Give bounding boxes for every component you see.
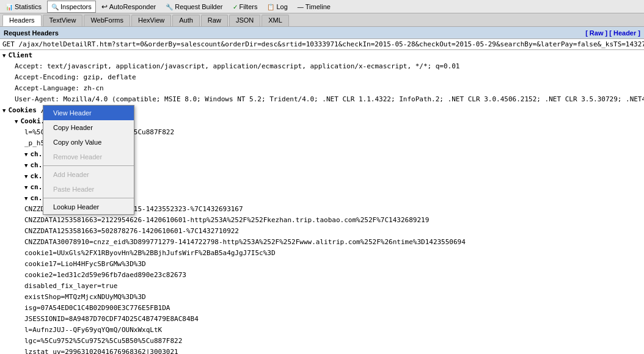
context-menu-paste-header: Paste Header [43, 182, 134, 197]
log-icon [267, 3, 274, 10]
list-item: l=AufnzJUJ--QFy69yqYQmQ/OUNxWxqLtK [0, 325, 644, 336]
list-item: disabled_fix_layer=true [0, 281, 644, 292]
client-section-label[interactable]: ▼ Client [0, 50, 644, 61]
context-menu-add-header: Add Header [43, 167, 134, 182]
ck-triangle: ▼ [24, 172, 27, 181]
list-item: CNZZDATA30078910=cnzz_eid%3D899771279-14… [0, 237, 644, 248]
tab-bar: Headers TextView WebForms HexView Auth R… [0, 13, 644, 27]
tab-webforms[interactable]: WebForms [84, 15, 130, 26]
filter-icon [233, 3, 238, 10]
tab-headers[interactable]: Headers [2, 15, 42, 26]
inspect-icon [51, 3, 59, 10]
list-item: CNZZDATA1253581663=502878276-1420610601-… [0, 226, 644, 237]
timeline-label: Timeline [306, 3, 331, 10]
cookies-triangle: ▼ [2, 106, 5, 115]
section-header-links[interactable]: [ Raw ] [ Header ] [585, 29, 640, 37]
cn-triangle-2: ▼ [24, 193, 27, 203]
request-builder-button[interactable]: Request Builder [161, 1, 227, 13]
list-item: existShop=MTQzMjcxNDUyMQ%3D%3D [0, 292, 644, 303]
context-menu: View Header Copy Header Copy only Value … [43, 105, 134, 215]
ch-triangle-1: ▼ [24, 150, 27, 159]
tab-auth[interactable]: Auth [172, 15, 200, 26]
list-item: cookie1=UUxGls%2FX1RByovHn%2B%2BBjhJufsW… [0, 248, 644, 259]
toolbar: Statistics Inspectors AutoResponder Requ… [0, 0, 644, 13]
list-item: cookie2=1ed31c2d59e96fb7daed890e23c82673 [0, 270, 644, 281]
filters-label: Filters [240, 3, 258, 10]
autoresponder-button[interactable]: AutoResponder [97, 1, 160, 13]
cn-triangle-1: ▼ [24, 182, 27, 192]
context-menu-lookup-header[interactable]: Lookup Header [43, 200, 134, 214]
section-title: Request Headers [4, 29, 59, 37]
url-bar: GET /ajax/hotelDetailRT.htm?start=0&orde… [0, 39, 644, 50]
inspectors-button[interactable]: Inspectors [47, 1, 96, 13]
client-triangle: ▼ [2, 51, 5, 60]
statistics-label: Statistics [15, 3, 42, 10]
content-area[interactable]: ▼ Client Accept: text/javascript, applic… [0, 50, 644, 354]
stats-icon [5, 3, 13, 10]
build-icon [166, 3, 173, 10]
request-builder-label: Request Builder [175, 3, 222, 10]
list-item: isg=07A54ED0C1C4B02D900E3C776E5FB1DA [0, 303, 644, 314]
tab-xml[interactable]: XML [262, 15, 289, 26]
url-text: GET /ajax/hotelDetailRT.htm?start=0&orde… [2, 40, 644, 48]
inspectors-label: Inspectors [60, 3, 92, 10]
tab-hexview[interactable]: HexView [131, 15, 171, 26]
list-item: lzstat_uv=29963102041676968362|3003021 [0, 347, 644, 354]
tab-raw[interactable]: Raw [201, 15, 228, 26]
list-item: Accept-Encoding: gzip, deflate [0, 72, 644, 83]
section-header: Request Headers [ Raw ] [ Header ] [0, 27, 644, 39]
context-menu-view-header[interactable]: View Header [43, 106, 134, 120]
filters-button[interactable]: Filters [229, 1, 262, 13]
context-menu-copy-only-value[interactable]: Copy only Value [43, 135, 134, 150]
list-item: JSESSIONID=8A9487D70CDF74D25C4B7479E8AC8… [0, 314, 644, 325]
tab-textview[interactable]: TextView [43, 15, 83, 26]
list-item: Accept: text/javascript, application/jav… [0, 61, 644, 72]
timeline-button[interactable]: Timeline [293, 1, 335, 13]
list-item: cookie17=LioH4HFycSBrGMw%3D%3D [0, 259, 644, 270]
statistics-button[interactable]: Statistics [1, 1, 46, 13]
autoresponder-label: AutoResponder [109, 3, 156, 10]
log-label: Log [276, 3, 287, 10]
list-item: Accept-Language: zh-cn [0, 83, 644, 94]
context-menu-sep1 [43, 165, 134, 166]
auto-icon [101, 2, 108, 11]
context-menu-copy-header[interactable]: Copy Header [43, 120, 134, 135]
context-menu-sep2 [43, 198, 134, 198]
tab-json[interactable]: JSON [229, 15, 260, 26]
client-label: Client [8, 51, 32, 60]
log-button[interactable]: Log [263, 1, 291, 13]
ch-triangle-2: ▼ [24, 161, 27, 170]
list-item: lgc=%5Cu9752%5Cu9752%5Cu5B50%5Cu887F822 [0, 336, 644, 347]
list-item: User-Agent: Mozilla/4.0 (compatible; MSI… [0, 94, 644, 105]
time-icon [298, 3, 304, 10]
list-item: CNZZDATA1253581663=2122954626-1420610601… [0, 215, 644, 226]
context-menu-remove-header: Remove Header [43, 150, 134, 164]
cookies-sub-triangle: ▼ [15, 117, 18, 126]
